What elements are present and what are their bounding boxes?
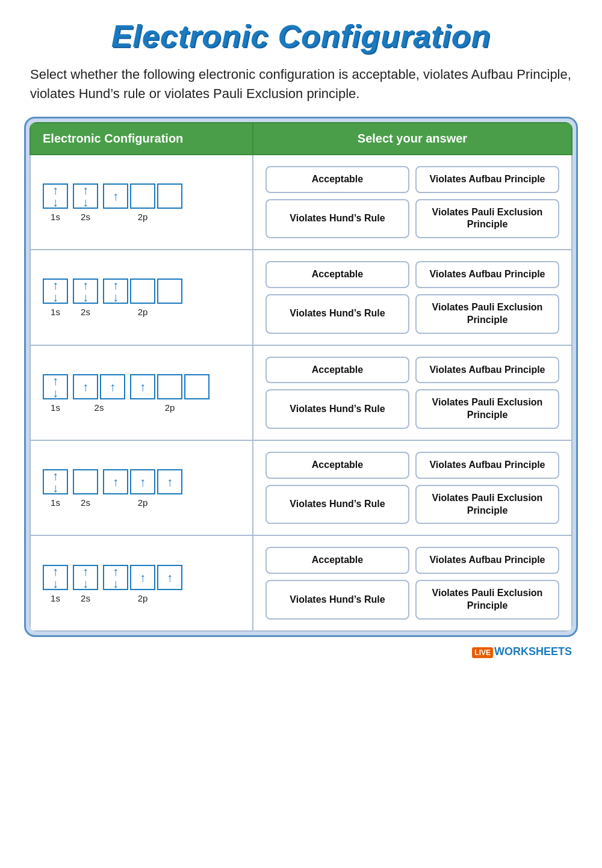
- btn-aufbau-5[interactable]: Violates Aufbau Principle: [415, 547, 559, 574]
- config-cell-3: ↑↓ 1s ↑ ↑ 2s ↑ 2p: [30, 345, 253, 440]
- btn-aufbau-3[interactable]: Violates Aufbau Principle: [415, 357, 559, 384]
- btn-hunds-4[interactable]: Violates Hund’s Rule: [265, 485, 409, 525]
- btn-aufbau-1[interactable]: Violates Aufbau Principle: [415, 166, 559, 193]
- answer-cell-1: AcceptableViolates Aufbau PrincipleViola…: [253, 155, 572, 250]
- subtitle: Select whether the following electronic …: [24, 65, 578, 103]
- btn-pauli-3[interactable]: Violates Pauli Exclusion Principle: [415, 389, 559, 429]
- table-row: ↑↓1s2s↑↑↑2pAcceptableViolates Aufbau Pri…: [30, 440, 572, 535]
- btn-pauli-5[interactable]: Violates Pauli Exclusion Principle: [415, 580, 559, 620]
- btn-aufbau-4[interactable]: Violates Aufbau Principle: [415, 452, 559, 479]
- config-cell-4: ↑↓1s2s↑↑↑2p: [30, 440, 253, 535]
- page-title: Electronic Configuration: [24, 18, 578, 54]
- config-cell-1: ↑↓1s↑↓2s↑2p: [30, 155, 253, 250]
- btn-pauli-1[interactable]: Violates Pauli Exclusion Principle: [415, 199, 559, 239]
- col-header-config: Electronic Configuration: [30, 123, 253, 155]
- btn-hunds-1[interactable]: Violates Hund’s Rule: [265, 199, 409, 239]
- btn-hunds-5[interactable]: Violates Hund’s Rule: [265, 580, 409, 620]
- answer-cell-2: AcceptableViolates Aufbau PrincipleViola…: [253, 250, 572, 345]
- btn-pauli-2[interactable]: Violates Pauli Exclusion Principle: [415, 294, 559, 334]
- col-header-answer: Select your answer: [253, 123, 572, 155]
- btn-aufbau-2[interactable]: Violates Aufbau Principle: [415, 261, 559, 288]
- liveworksheets-footer: LIVEWORKSHEETS: [24, 645, 578, 658]
- table-row: ↑↓1s↑↓2s↑2pAcceptableViolates Aufbau Pri…: [30, 155, 572, 250]
- table-row: ↑↓1s↑↓2s↑↓↑↑2pAcceptableViolates Aufbau …: [30, 535, 572, 630]
- live-icon: LIVE: [472, 647, 493, 658]
- btn-acceptable-5[interactable]: Acceptable: [265, 547, 409, 574]
- main-table-wrapper: Electronic Configuration Select your ans…: [24, 117, 578, 637]
- table-row: ↑↓ 1s ↑ ↑ 2s ↑ 2p AcceptableViolates: [30, 345, 572, 440]
- config-cell-2: ↑↓1s↑↓2s↑↓2p: [30, 250, 253, 345]
- btn-hunds-2[interactable]: Violates Hund’s Rule: [265, 294, 409, 334]
- btn-pauli-4[interactable]: Violates Pauli Exclusion Principle: [415, 485, 559, 525]
- btn-hunds-3[interactable]: Violates Hund’s Rule: [265, 389, 409, 429]
- answer-cell-3: AcceptableViolates Aufbau PrincipleViola…: [253, 345, 572, 440]
- answer-cell-4: AcceptableViolates Aufbau PrincipleViola…: [253, 440, 572, 535]
- config-cell-5: ↑↓1s↑↓2s↑↓↑↑2p: [30, 535, 253, 630]
- worksheets-label: WORKSHEETS: [494, 645, 572, 657]
- table-row: ↑↓1s↑↓2s↑↓2pAcceptableViolates Aufbau Pr…: [30, 250, 572, 345]
- answer-cell-5: AcceptableViolates Aufbau PrincipleViola…: [253, 535, 572, 630]
- btn-acceptable-1[interactable]: Acceptable: [265, 166, 409, 193]
- btn-acceptable-2[interactable]: Acceptable: [265, 261, 409, 288]
- btn-acceptable-3[interactable]: Acceptable: [265, 357, 409, 384]
- btn-acceptable-4[interactable]: Acceptable: [265, 452, 409, 479]
- main-table: Electronic Configuration Select your ans…: [29, 122, 573, 632]
